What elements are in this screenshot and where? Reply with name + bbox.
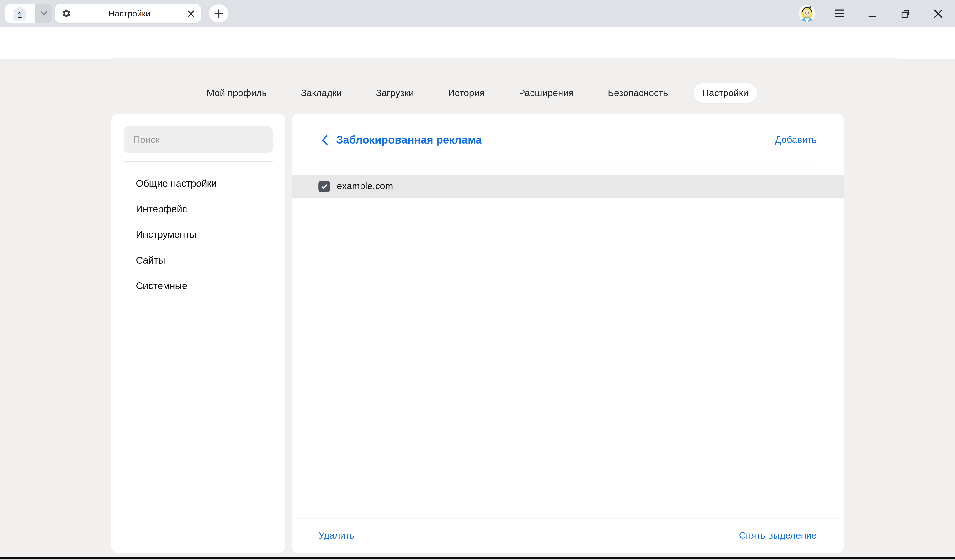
close-window-icon bbox=[933, 9, 942, 18]
menu-icon bbox=[834, 9, 844, 18]
check-icon bbox=[320, 182, 328, 190]
blocked-domain: example.com bbox=[337, 181, 393, 192]
panel-header: Заблокированная реклама Добавить bbox=[318, 120, 817, 160]
tab-count: 1 bbox=[18, 10, 22, 19]
minimize-icon bbox=[867, 9, 877, 18]
sidebar-divider bbox=[124, 161, 273, 162]
row-checkbox[interactable] bbox=[318, 180, 330, 192]
sidebar-item-tools[interactable]: Инструменты bbox=[111, 222, 285, 248]
tab-list-dropdown[interactable] bbox=[34, 3, 52, 23]
panel-back-button[interactable] bbox=[318, 133, 331, 147]
blocked-ads-panel: Заблокированная реклама Добавить example… bbox=[292, 114, 844, 553]
tab-security[interactable]: Безопасность bbox=[599, 83, 676, 103]
tab-history[interactable]: История bbox=[440, 83, 493, 103]
tab-settings[interactable]: Настройки bbox=[694, 83, 757, 103]
browser-toolbar: Я Y settings Настройки bbox=[0, 27, 955, 59]
window-bottom-edge bbox=[0, 557, 955, 559]
new-tab-button[interactable] bbox=[209, 4, 229, 23]
deselect-button[interactable]: Снять выделение bbox=[739, 530, 817, 541]
sidebar-item-general[interactable]: Общие настройки bbox=[111, 171, 285, 197]
browser-menu-button[interactable] bbox=[830, 3, 849, 23]
blocked-ad-row[interactable]: example.com bbox=[292, 175, 844, 198]
panel-footer: Удалить Снять выделение bbox=[318, 518, 817, 553]
tab-group-badge: 1 bbox=[13, 6, 26, 20]
sidebar-item-system[interactable]: Системные bbox=[111, 273, 285, 299]
restore-button[interactable] bbox=[895, 3, 915, 23]
close-tab-button[interactable] bbox=[188, 10, 194, 17]
tab-bookmarks[interactable]: Закладки bbox=[293, 83, 351, 103]
browser-tab-settings[interactable]: Настройки bbox=[55, 3, 201, 23]
tab-group-button[interactable]: 1 bbox=[5, 3, 34, 23]
profile-avatar[interactable] bbox=[798, 5, 815, 22]
sidebar-item-sites[interactable]: Сайты bbox=[111, 248, 285, 273]
tab-extensions[interactable]: Расширения bbox=[510, 83, 582, 103]
tab-title: Настройки bbox=[71, 9, 188, 19]
page-title: Заблокированная реклама bbox=[336, 134, 482, 147]
settings-page: Мой профиль Закладки Загрузки История Ра… bbox=[0, 59, 955, 557]
tab-group-control[interactable]: 1 bbox=[5, 3, 52, 23]
sidebar-item-interface[interactable]: Интерфейс bbox=[111, 197, 285, 222]
chevron-down-icon bbox=[40, 11, 47, 16]
header-divider bbox=[318, 162, 817, 163]
tab-downloads[interactable]: Загрузки bbox=[368, 83, 423, 103]
window-bottom-sliver bbox=[0, 559, 955, 560]
sidebar-list: Общие настройки Интерфейс Инструменты Са… bbox=[111, 171, 285, 299]
new-tab-icon bbox=[214, 9, 223, 18]
settings-sidebar: Общие настройки Интерфейс Инструменты Са… bbox=[111, 114, 285, 553]
add-button[interactable]: Добавить bbox=[775, 134, 817, 145]
tab-profile[interactable]: Мой профиль bbox=[198, 83, 276, 103]
restore-icon bbox=[900, 8, 910, 19]
gear-icon bbox=[62, 9, 71, 19]
settings-nav-tabs: Мой профиль Закладки Загрузки История Ра… bbox=[0, 83, 955, 103]
search-input[interactable] bbox=[124, 126, 273, 153]
delete-button[interactable]: Удалить bbox=[318, 530, 355, 541]
browser-window: 1 Настройки bbox=[0, 0, 955, 560]
close-window-button[interactable] bbox=[928, 3, 948, 23]
tab-strip: 1 Настройки bbox=[0, 0, 955, 27]
minimize-button[interactable] bbox=[863, 3, 882, 23]
